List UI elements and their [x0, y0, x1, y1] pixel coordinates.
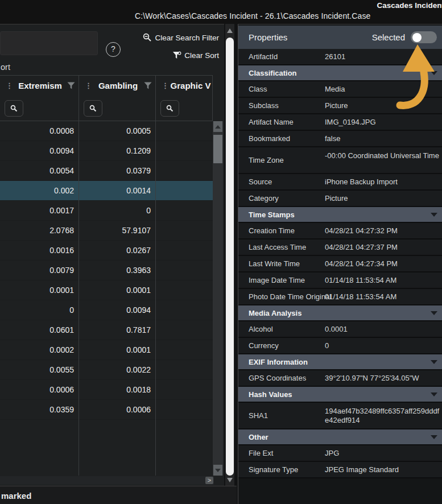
- table-row[interactable]: 0.00020.0001: [0, 340, 213, 360]
- table-row[interactable]: 0.00010.0001: [0, 280, 213, 300]
- table-cell[interactable]: 0.0006: [0, 380, 79, 399]
- table-cell[interactable]: 0.7817: [79, 320, 156, 340]
- column-header-gambling[interactable]: ⋮ Gambling: [79, 76, 156, 95]
- column-header-extremism[interactable]: ⋮ Extremism: [0, 76, 79, 95]
- table-cell[interactable]: 0.0094: [79, 300, 156, 320]
- table-cell[interactable]: [156, 241, 213, 260]
- table-cell[interactable]: [156, 360, 213, 379]
- section-header[interactable]: Other: [238, 429, 442, 445]
- table-row[interactable]: 0.00080.0005: [0, 121, 213, 141]
- section-header[interactable]: EXIF Information: [238, 354, 442, 370]
- filter-funnel-icon[interactable]: [144, 82, 152, 89]
- column-search-button[interactable]: [160, 100, 179, 117]
- column-header-graphic-violence[interactable]: ⋮ Graphic V: [156, 76, 213, 95]
- grid-vertical-scrollbar[interactable]: [213, 121, 223, 476]
- table-cell[interactable]: [156, 320, 213, 340]
- table-cell[interactable]: 0.0006: [79, 400, 156, 419]
- column-filter-cell[interactable]: [156, 95, 213, 121]
- chevron-down-icon[interactable]: [431, 435, 437, 439]
- section-header[interactable]: Time Stamps: [238, 207, 442, 223]
- scrollbar-thumb[interactable]: [226, 38, 234, 476]
- table-cell[interactable]: 0.0008: [0, 121, 79, 141]
- table-cell[interactable]: 0.0001: [79, 340, 156, 360]
- table-cell[interactable]: 0.0079: [0, 261, 79, 280]
- table-row[interactable]: 0.00790.3963: [0, 261, 213, 280]
- table-row[interactable]: 0.00550.0022: [0, 360, 213, 380]
- section-header[interactable]: Hash Values: [238, 387, 442, 403]
- table-row[interactable]: 00.0094: [0, 300, 213, 320]
- search-input[interactable]: [0, 31, 98, 55]
- table-row[interactable]: 0.00940.1209: [0, 141, 213, 161]
- table-cell[interactable]: [156, 201, 213, 220]
- table-row[interactable]: 0.03590.0006: [0, 400, 213, 420]
- table-cell[interactable]: 0.0016: [0, 241, 79, 260]
- table-cell[interactable]: 0.0094: [0, 141, 79, 160]
- table-cell[interactable]: 0.0055: [0, 360, 79, 379]
- table-cell[interactable]: 0.3963: [79, 261, 156, 280]
- table-cell[interactable]: 0.0054: [0, 161, 79, 180]
- table-cell[interactable]: 0.0001: [0, 280, 79, 300]
- table-cell[interactable]: [156, 400, 213, 419]
- table-row[interactable]: 0.00540.0379: [0, 161, 213, 181]
- table-cell[interactable]: 0.0017: [0, 201, 79, 220]
- table-row[interactable]: 2.076857.9107: [0, 221, 213, 241]
- table-cell[interactable]: 0.0022: [79, 360, 156, 379]
- column-filter-cell[interactable]: [0, 95, 79, 121]
- table-cell[interactable]: [156, 221, 213, 240]
- table-cell[interactable]: 2.0768: [0, 221, 79, 240]
- scroll-right-button[interactable]: >: [205, 477, 213, 484]
- chevron-down-icon[interactable]: [431, 71, 437, 75]
- column-search-button[interactable]: [84, 100, 102, 117]
- toggle-knob[interactable]: [412, 33, 422, 42]
- table-cell[interactable]: [156, 300, 213, 320]
- table-cell[interactable]: 0: [79, 201, 156, 220]
- chevron-down-icon[interactable]: [431, 311, 437, 315]
- table-cell[interactable]: 0.0014: [79, 181, 156, 200]
- table-cell[interactable]: 0.0359: [0, 400, 79, 419]
- chevron-down-icon[interactable]: [431, 393, 437, 396]
- scroll-down-arrow-icon[interactable]: [227, 478, 233, 482]
- column-search-button[interactable]: [5, 100, 23, 117]
- chevron-down-icon[interactable]: [431, 213, 437, 217]
- panel-vertical-scrollbar[interactable]: [225, 24, 234, 486]
- table-cell[interactable]: [156, 121, 213, 141]
- table-cell[interactable]: 57.9107: [79, 221, 156, 240]
- table-row[interactable]: 0.06010.7817: [0, 320, 213, 340]
- table-cell[interactable]: 0.0379: [79, 161, 156, 180]
- table-cell[interactable]: [156, 340, 213, 360]
- help-icon[interactable]: ?: [106, 42, 121, 57]
- table-row[interactable]: 0.00160.0267: [0, 241, 213, 261]
- column-menu-icon[interactable]: ⋮: [156, 81, 169, 90]
- grid-horizontal-scrollbar[interactable]: >: [0, 476, 214, 485]
- table-cell[interactable]: 0.1209: [79, 141, 156, 160]
- table-row[interactable]: 0.00060.0018: [0, 380, 213, 400]
- scrollbar-thumb[interactable]: [213, 135, 222, 163]
- scroll-up-button[interactable]: [213, 121, 222, 132]
- scroll-up-arrow-icon[interactable]: [227, 28, 233, 33]
- chevron-down-icon[interactable]: [431, 360, 437, 364]
- table-cell[interactable]: 0.0005: [79, 121, 156, 141]
- filter-funnel-icon[interactable]: [67, 82, 75, 89]
- table-cell[interactable]: 0: [0, 300, 79, 320]
- column-filter-cell[interactable]: [79, 95, 156, 121]
- column-menu-icon[interactable]: ⋮: [79, 81, 92, 90]
- section-header[interactable]: Classification: [238, 65, 442, 81]
- table-cell[interactable]: 0.002: [0, 181, 79, 200]
- section-header[interactable]: Media Analysis: [238, 305, 442, 321]
- selected-toggle[interactable]: [411, 31, 437, 43]
- table-cell[interactable]: [156, 161, 213, 180]
- table-cell[interactable]: 0.0267: [79, 241, 156, 260]
- table-cell[interactable]: [156, 261, 213, 280]
- table-cell[interactable]: [156, 141, 213, 160]
- clear-search-filter-button[interactable]: Clear Search Filter: [143, 33, 219, 42]
- table-cell[interactable]: 0.0601: [0, 320, 79, 340]
- table-row-selected[interactable]: 0.0020.0014: [0, 181, 213, 201]
- scroll-down-button[interactable]: [213, 465, 222, 476]
- table-cell[interactable]: 0.0002: [0, 340, 79, 360]
- table-row[interactable]: 0.00170: [0, 201, 213, 221]
- clear-sort-button[interactable]: Clear Sort: [172, 51, 219, 60]
- table-cell[interactable]: [156, 380, 213, 399]
- column-menu-icon[interactable]: ⋮: [0, 81, 13, 90]
- table-cell[interactable]: [156, 280, 213, 300]
- table-cell[interactable]: 0.0001: [79, 280, 156, 300]
